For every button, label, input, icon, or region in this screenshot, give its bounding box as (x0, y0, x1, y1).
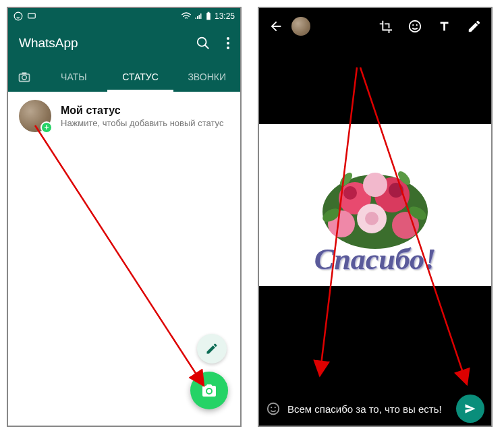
wifi-icon (181, 12, 192, 20)
svg-line-12 (35, 125, 204, 386)
pencil-icon (205, 342, 219, 355)
svg-point-31 (271, 407, 272, 408)
app-title: WhatsApp (19, 36, 78, 51)
back-icon[interactable] (269, 19, 283, 34)
image-caption-text: Спасибо! (259, 242, 491, 277)
camera-icon (18, 70, 31, 84)
camera-icon (201, 382, 217, 399)
draw-icon[interactable] (467, 19, 482, 34)
svg-point-14 (412, 24, 414, 26)
status-text: Мой статус Нажмите, чтобы добавить новый… (61, 105, 229, 128)
svg-rect-3 (208, 12, 210, 13)
svg-point-10 (22, 76, 27, 80)
whatsapp-icon (13, 11, 23, 21)
svg-line-5 (205, 45, 209, 49)
caption-input[interactable] (287, 403, 449, 415)
caption-bar (259, 392, 491, 426)
svg-point-20 (389, 183, 403, 198)
text-status-button[interactable] (197, 334, 227, 364)
my-status-row[interactable]: + Мой статус Нажмите, чтобы добавить нов… (8, 92, 240, 140)
emoji-picker-icon[interactable] (266, 401, 281, 416)
search-icon[interactable] (196, 36, 211, 51)
svg-point-32 (275, 407, 276, 408)
more-icon[interactable] (227, 37, 229, 49)
avatar[interactable] (291, 17, 310, 36)
phone-right-screen: Спасибо! (258, 7, 493, 427)
svg-point-0 (14, 12, 22, 20)
svg-point-25 (363, 173, 387, 197)
svg-point-30 (268, 403, 279, 415)
add-status-badge: + (40, 121, 53, 134)
battery-icon (205, 11, 212, 21)
svg-point-13 (410, 21, 421, 32)
status-image-preview[interactable]: Спасибо! (259, 124, 491, 286)
svg-point-7 (227, 42, 229, 45)
emoji-icon[interactable] (408, 19, 422, 34)
svg-point-22 (365, 212, 379, 225)
whatsapp-header: WhatsApp (8, 24, 240, 62)
svg-point-15 (416, 24, 418, 26)
tab-chats[interactable]: ЧАТЫ (40, 62, 107, 92)
tab-status[interactable]: СТАТУС (107, 62, 174, 92)
signal-icon (194, 12, 202, 20)
my-status-subtitle: Нажмите, чтобы добавить новый статус (61, 118, 229, 128)
avatar-wrap: + (19, 100, 51, 132)
clock: 13:25 (215, 11, 235, 21)
svg-point-8 (227, 47, 229, 49)
tab-camera[interactable] (8, 62, 40, 92)
send-icon (464, 402, 477, 415)
msg-icon (27, 11, 36, 21)
tabs-bar: ЧАТЫ СТАТУС ЗВОНКИ (8, 62, 240, 92)
tab-calls[interactable]: ЗВОНКИ (173, 62, 240, 92)
system-status-bar: 13:25 (8, 8, 240, 24)
editor-toolbar (259, 8, 491, 45)
phone-left-screen: 13:25 WhatsApp ЧАТЫ СТАТУС ЗВОНКИ + Мой … (7, 7, 242, 427)
svg-rect-2 (206, 13, 211, 20)
svg-rect-11 (22, 72, 27, 74)
svg-point-4 (198, 38, 206, 47)
text-icon[interactable] (437, 19, 452, 34)
flowers-image (259, 158, 491, 252)
crop-icon[interactable] (378, 19, 393, 34)
svg-point-6 (227, 37, 229, 40)
status-list: + Мой статус Нажмите, чтобы добавить нов… (8, 92, 240, 140)
svg-rect-1 (28, 13, 36, 18)
svg-point-18 (343, 186, 357, 200)
my-status-title: Мой статус (61, 105, 229, 117)
camera-status-button[interactable] (190, 372, 228, 409)
send-button[interactable] (456, 395, 484, 423)
